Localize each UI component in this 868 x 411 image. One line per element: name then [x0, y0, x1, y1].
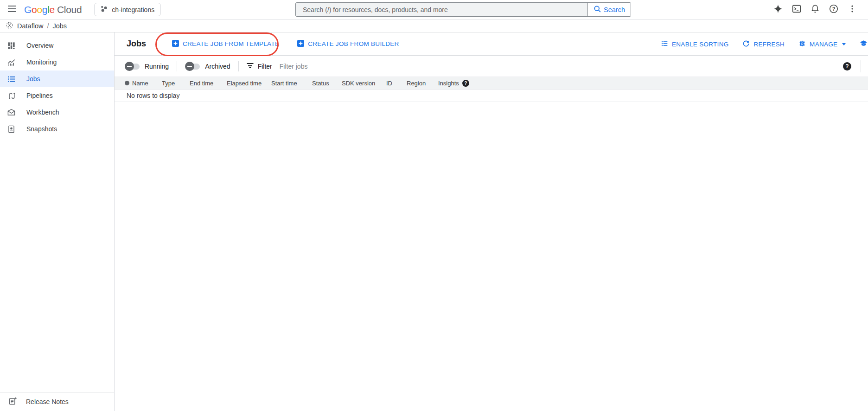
search-button-label: Search — [604, 6, 625, 13]
insights-help-icon[interactable]: ? — [462, 80, 469, 87]
page-header: Jobs CREATE JOB FROM TEMPLATE CREATE JOB… — [115, 32, 868, 56]
filter-bar: Running Archived Filter ? — [115, 56, 868, 77]
dataflow-product-icon — [6, 21, 13, 31]
filter-label: Filter — [258, 63, 272, 70]
status-dot-icon — [125, 81, 129, 85]
button-label: REFRESH — [753, 41, 785, 48]
column-header-id[interactable]: ID — [386, 80, 407, 87]
release-notes-icon — [8, 397, 17, 407]
column-header-name[interactable]: Name — [132, 80, 162, 87]
svg-text:?: ? — [832, 6, 836, 12]
project-selector[interactable]: ch-integrations — [94, 3, 161, 16]
sidebar-item-jobs[interactable]: Jobs — [0, 71, 114, 87]
overview-icon — [6, 41, 16, 50]
sidebar-item-label: Workbench — [26, 109, 59, 116]
sidebar-item-label: Pipelines — [26, 92, 53, 99]
gemini-button[interactable] — [770, 1, 786, 18]
monitoring-icon — [6, 58, 16, 67]
workbench-icon — [6, 108, 16, 117]
cloud-shell-icon — [791, 4, 802, 15]
running-toggle-label: Running — [145, 63, 169, 70]
help-icon: ? — [829, 4, 839, 15]
google-cloud-logo[interactable]: Google Cloud — [24, 4, 82, 15]
project-icon — [101, 6, 108, 14]
sidebar-item-release-notes[interactable]: Release Notes — [0, 392, 114, 411]
column-header-insights[interactable]: Insights — [438, 80, 459, 87]
archived-toggle-label: Archived — [205, 63, 230, 70]
search-button[interactable]: Search — [587, 3, 631, 16]
dataflow-sidebar: Overview Monitoring Jobs Pipelines — [0, 32, 115, 411]
divider — [861, 60, 861, 72]
button-label: MANAGE — [810, 41, 837, 48]
more-options-button[interactable] — [844, 1, 861, 18]
toggle-thumb — [125, 62, 134, 71]
refresh-button[interactable]: REFRESH — [742, 40, 785, 49]
chevron-down-icon — [842, 43, 846, 45]
sidebar-item-pipelines[interactable]: Pipelines — [0, 87, 114, 104]
column-header-type[interactable]: Type — [162, 80, 190, 87]
add-box-icon — [297, 40, 304, 48]
navigation-menu-button[interactable] — [4, 1, 20, 18]
refresh-icon — [742, 40, 750, 49]
jobs-page: Jobs CREATE JOB FROM TEMPLATE CREATE JOB… — [115, 32, 868, 411]
create-job-from-template-button[interactable]: CREATE JOB FROM TEMPLATE — [172, 40, 279, 48]
google-wordmark: Google — [24, 4, 55, 15]
pipelines-icon — [6, 91, 16, 100]
topbar-action-icons: ? — [770, 1, 861, 18]
sidebar-item-overview[interactable]: Overview — [0, 37, 114, 54]
column-header-elapsed-time[interactable]: Elapsed time — [227, 80, 271, 87]
sidebar-item-snapshots[interactable]: Snapshots — [0, 121, 114, 137]
header-actions-group: ENABLE SORTING REFRESH MANAGE — [661, 32, 868, 56]
search-input[interactable] — [296, 3, 587, 16]
empty-message-text: No rows to display — [127, 92, 179, 99]
top-app-bar: Google Cloud ch-integrations Search — [0, 0, 868, 19]
breadcrumb-page: Jobs — [52, 22, 67, 30]
filter-help-icon[interactable]: ? — [843, 62, 851, 71]
divider — [177, 61, 177, 71]
cloud-shell-button[interactable] — [788, 1, 805, 18]
notifications-button[interactable] — [807, 1, 823, 18]
column-header-status[interactable]: Status — [312, 80, 342, 87]
archived-toggle[interactable] — [185, 62, 200, 71]
manage-button[interactable]: MANAGE — [798, 40, 846, 49]
sidebar-item-monitoring[interactable]: Monitoring — [0, 54, 114, 71]
running-toggle[interactable] — [125, 62, 140, 71]
enable-sorting-button[interactable]: ENABLE SORTING — [661, 40, 728, 49]
jobs-list-icon — [6, 74, 16, 83]
hamburger-icon — [8, 6, 16, 13]
toggle-thumb — [185, 62, 194, 71]
breadcrumb-separator: / — [47, 22, 49, 30]
button-label: CREATE JOB FROM TEMPLATE — [183, 40, 279, 47]
search-icon — [594, 5, 601, 14]
filter-control[interactable]: Filter — [247, 63, 272, 70]
create-job-from-builder-button[interactable]: CREATE JOB FROM BUILDER — [297, 40, 399, 48]
sidebar-item-label: Snapshots — [26, 125, 57, 133]
filter-icon — [247, 63, 254, 70]
sidebar-item-label: Overview — [26, 42, 53, 49]
sidebar-item-label: Monitoring — [26, 58, 57, 66]
column-header-end-time[interactable]: End time — [190, 80, 227, 87]
help-button[interactable]: ? — [825, 1, 842, 18]
project-name: ch-integrations — [112, 6, 154, 13]
snapshots-icon — [6, 124, 16, 134]
jobs-table-header: Name Type End time Elapsed time Start ti… — [115, 77, 868, 90]
sidebar-item-label: Jobs — [26, 75, 40, 83]
notifications-bell-icon — [810, 4, 820, 15]
cloud-wordmark: Cloud — [57, 4, 82, 15]
breadcrumb-product[interactable]: Dataflow — [17, 22, 43, 30]
column-header-sdk-version[interactable]: SDK version — [342, 80, 386, 87]
sidebar-item-workbench[interactable]: Workbench — [0, 104, 114, 121]
graduation-cap-icon — [860, 39, 868, 49]
column-header-start-time[interactable]: Start time — [271, 80, 312, 87]
learn-button[interactable]: LEARN — [860, 39, 868, 49]
divider — [238, 61, 239, 71]
sidebar-nav: Overview Monitoring Jobs Pipelines — [0, 32, 114, 137]
sidebar-item-label: Release Notes — [26, 398, 69, 405]
empty-table-message: No rows to display — [115, 90, 868, 102]
button-label: ENABLE SORTING — [672, 41, 728, 48]
sort-list-icon — [661, 40, 668, 49]
column-header-region[interactable]: Region — [407, 80, 438, 87]
page-title: Jobs — [127, 39, 146, 49]
gemini-icon — [773, 4, 783, 15]
filter-jobs-input[interactable] — [280, 63, 465, 70]
